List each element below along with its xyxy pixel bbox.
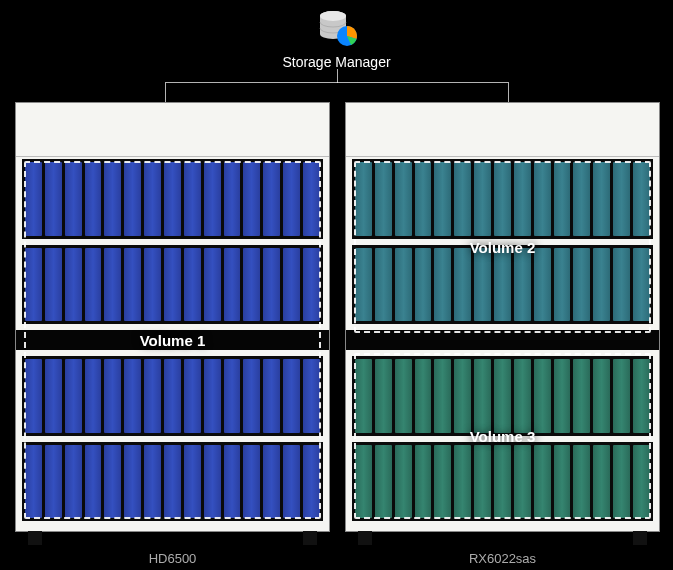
storage-unit-left: Volume 1 bbox=[15, 102, 330, 532]
drive-bays bbox=[352, 159, 653, 521]
storage-unit-right: Volume 2 Volume 3 bbox=[345, 102, 660, 532]
drive-bays bbox=[22, 159, 323, 521]
svg-point-1 bbox=[320, 11, 346, 21]
rack-divider bbox=[16, 330, 329, 350]
unit-model-right: RX6022sas bbox=[345, 551, 660, 566]
rack-divider bbox=[346, 330, 659, 350]
storage-manager-title: Storage Manager bbox=[282, 54, 390, 70]
storage-manager-header: Storage Manager bbox=[0, 8, 673, 70]
unit-model-left: HD6500 bbox=[15, 551, 330, 566]
connector-line bbox=[165, 82, 509, 102]
rack-top-panel bbox=[346, 103, 659, 157]
storage-manager-icon bbox=[315, 8, 359, 48]
rack-foot bbox=[358, 531, 372, 545]
rack-foot bbox=[303, 531, 317, 545]
rack-foot bbox=[28, 531, 42, 545]
rack-top-panel bbox=[16, 103, 329, 157]
rack-foot bbox=[633, 531, 647, 545]
